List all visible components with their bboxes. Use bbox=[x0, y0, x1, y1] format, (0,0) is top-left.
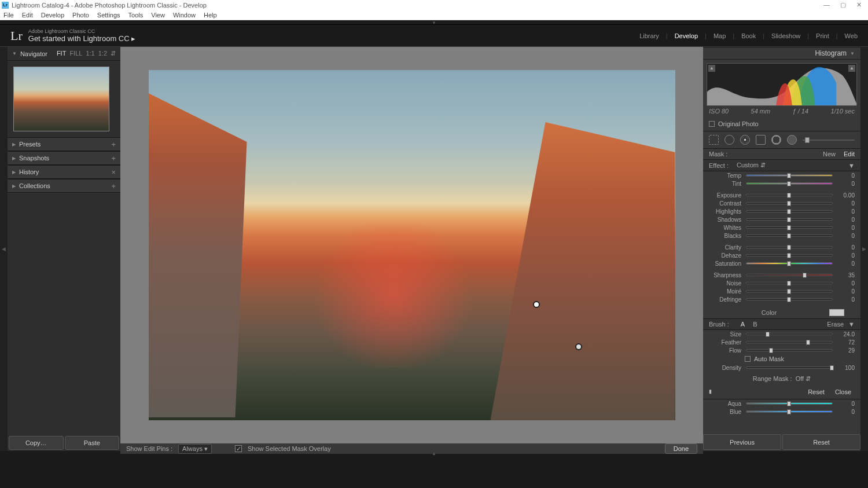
menu-file[interactable]: File bbox=[3, 12, 14, 19]
brush-a[interactable]: A bbox=[741, 321, 745, 328]
slider-value[interactable]: 0 bbox=[837, 200, 855, 207]
slider-value[interactable]: 0 bbox=[837, 233, 855, 239]
histogram[interactable]: ▲ ▲ bbox=[707, 63, 857, 106]
slider-track[interactable] bbox=[746, 402, 833, 405]
nav-fill[interactable]: FILL bbox=[69, 50, 82, 57]
module-print[interactable]: Print bbox=[816, 32, 829, 39]
brush-close[interactable]: Close bbox=[832, 388, 855, 395]
panel-collections[interactable]: ▶Collections+ bbox=[8, 179, 120, 193]
disclosure-icon[interactable]: ▼ bbox=[850, 51, 855, 56]
slider-value[interactable]: 35 bbox=[837, 272, 855, 278]
slider-track[interactable] bbox=[746, 182, 833, 185]
panel-toggle-icon[interactable]: ▼ bbox=[848, 321, 855, 328]
module-develop[interactable]: Develop bbox=[675, 32, 698, 39]
slider-track[interactable] bbox=[746, 226, 833, 229]
range-mask-select[interactable]: Off ⇵ bbox=[796, 375, 811, 383]
slider-value[interactable]: 0 bbox=[837, 260, 855, 267]
slider-track[interactable] bbox=[746, 282, 833, 284]
maximize-button[interactable]: ▢ bbox=[840, 1, 846, 9]
brush-erase[interactable]: Erase bbox=[827, 321, 844, 328]
slider-track[interactable] bbox=[746, 254, 833, 256]
original-toggle[interactable] bbox=[709, 121, 715, 127]
photo-preview[interactable] bbox=[149, 70, 675, 420]
show-pins-select[interactable]: Always ▾ bbox=[178, 444, 212, 454]
slider-track[interactable] bbox=[746, 246, 833, 248]
menu-view[interactable]: View bbox=[151, 12, 165, 19]
adjustment-pin[interactable] bbox=[575, 343, 582, 350]
slider-track[interactable] bbox=[746, 194, 833, 196]
slider-value[interactable]: 0 bbox=[837, 288, 855, 295]
left-panel-toggle[interactable]: ◀ bbox=[0, 47, 8, 451]
navigator-preview[interactable] bbox=[8, 61, 120, 137]
slider-track[interactable] bbox=[746, 349, 833, 351]
nav-1-2[interactable]: 1:2 bbox=[98, 50, 107, 57]
menu-photo[interactable]: Photo bbox=[72, 12, 89, 19]
module-library[interactable]: Library bbox=[639, 32, 659, 39]
reset-button[interactable]: Reset bbox=[782, 434, 860, 450]
right-panel-toggle[interactable]: ▶ bbox=[860, 47, 868, 451]
module-slideshow[interactable]: Slideshow bbox=[771, 32, 800, 39]
radial-tool-icon[interactable] bbox=[771, 135, 781, 145]
module-web[interactable]: Web bbox=[845, 32, 858, 39]
slider-track[interactable] bbox=[746, 262, 833, 265]
slider-track[interactable] bbox=[746, 234, 833, 237]
menu-help[interactable]: Help bbox=[204, 12, 217, 19]
crop-tool-icon[interactable] bbox=[709, 135, 719, 145]
slider-value[interactable]: 0 bbox=[837, 252, 855, 259]
panel-history[interactable]: ▶History× bbox=[8, 165, 120, 179]
brush-tool-icon[interactable] bbox=[787, 135, 797, 145]
slider-track[interactable] bbox=[746, 274, 833, 276]
slider-value[interactable]: 0 bbox=[837, 217, 855, 223]
module-map[interactable]: Map bbox=[713, 32, 726, 39]
menu-settings[interactable]: Settings bbox=[97, 12, 120, 19]
nav-1-1[interactable]: 1:1 bbox=[86, 50, 94, 57]
adjustment-pin[interactable] bbox=[533, 301, 540, 308]
slider-track[interactable] bbox=[746, 341, 833, 343]
previous-button[interactable]: Previous bbox=[703, 434, 781, 450]
brush-size-quickslider[interactable] bbox=[803, 140, 855, 141]
slider-value[interactable]: 0 bbox=[837, 244, 855, 251]
slider-value[interactable]: 0 bbox=[837, 280, 855, 287]
panel-switch-icon[interactable]: ▮ bbox=[709, 388, 712, 395]
nav-ratio-picker[interactable]: ⇵ bbox=[111, 50, 116, 57]
slider-track[interactable] bbox=[746, 290, 833, 292]
slider-value[interactable]: 0 bbox=[837, 296, 855, 303]
brand-title[interactable]: Get started with Lightroom CC ▸ bbox=[28, 34, 135, 43]
panel-action[interactable]: × bbox=[111, 168, 116, 177]
slider-value[interactable]: 72 bbox=[837, 339, 855, 346]
slider-track[interactable] bbox=[746, 202, 833, 204]
slider-track[interactable] bbox=[746, 410, 833, 413]
slider-track[interactable] bbox=[746, 298, 833, 300]
mask-new[interactable]: New bbox=[823, 151, 836, 157]
slider-value[interactable]: 0 bbox=[837, 181, 855, 187]
done-button[interactable]: Done bbox=[665, 443, 697, 454]
close-button[interactable]: ✕ bbox=[856, 1, 862, 9]
slider-track[interactable] bbox=[746, 333, 833, 335]
slider-value[interactable]: 0.00 bbox=[837, 192, 855, 199]
slider-value[interactable]: 0 bbox=[837, 225, 855, 231]
nav-fit[interactable]: FIT bbox=[57, 50, 67, 57]
slider-track[interactable] bbox=[746, 210, 833, 212]
menu-develop[interactable]: Develop bbox=[41, 12, 64, 19]
mask-edit[interactable]: Edit bbox=[844, 151, 855, 157]
gradient-tool-icon[interactable] bbox=[756, 135, 766, 145]
paste-button[interactable]: Paste bbox=[65, 436, 120, 450]
highlight-clip-icon[interactable]: ▲ bbox=[848, 65, 855, 72]
slider-value[interactable]: 0 bbox=[837, 173, 855, 179]
menu-window[interactable]: Window bbox=[173, 12, 196, 19]
panel-presets[interactable]: ▶Presets+ bbox=[8, 137, 120, 151]
minimize-button[interactable]: — bbox=[823, 1, 830, 9]
slider-value[interactable]: 0 bbox=[837, 409, 855, 415]
effect-select[interactable]: Custom ⇵ bbox=[737, 162, 766, 169]
slider-track[interactable] bbox=[746, 174, 833, 177]
copy-button[interactable]: Copy… bbox=[9, 436, 64, 450]
shadow-clip-icon[interactable]: ▲ bbox=[708, 65, 715, 72]
navigator-header[interactable]: ▼ Navigator FIT FILL 1:1 1:2 ⇵ bbox=[8, 47, 120, 61]
brush-reset[interactable]: Reset bbox=[804, 388, 828, 395]
slider-value[interactable]: 0 bbox=[837, 208, 855, 215]
redeye-tool-icon[interactable] bbox=[740, 135, 750, 145]
slider-value[interactable]: 29 bbox=[837, 347, 855, 354]
spot-tool-icon[interactable] bbox=[724, 135, 734, 145]
automask-checkbox[interactable] bbox=[745, 356, 751, 362]
panel-toggle-icon[interactable]: ▼ bbox=[848, 162, 855, 169]
